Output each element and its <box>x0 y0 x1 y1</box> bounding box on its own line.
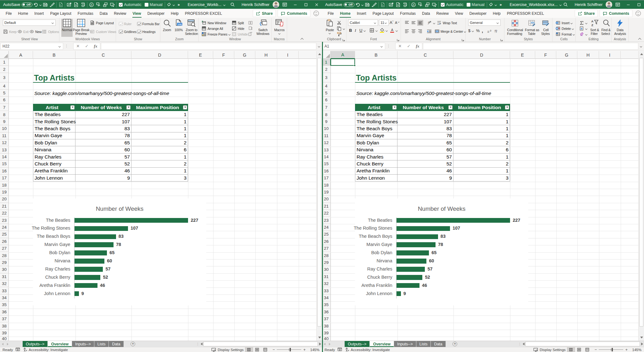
sheet-tab-overview[interactable]: Overview <box>370 341 394 347</box>
row-header-19[interactable]: 19 <box>0 189 9 196</box>
display-settings-button[interactable]: Display Settings <box>211 347 243 352</box>
zoom-button[interactable]: Zoom <box>161 19 173 37</box>
menu-tab-view[interactable]: View <box>130 9 144 18</box>
sheet-tab-lists[interactable]: Lists <box>416 341 431 347</box>
row-header-24[interactable]: 24 <box>322 224 331 231</box>
switch-windows-button[interactable]: Switch Windows <box>255 19 270 37</box>
row-header-17[interactable]: 17 <box>322 175 331 182</box>
formula-bar-handle[interactable]: ⋮ <box>387 44 391 48</box>
table-header-maximum-position[interactable]: Maximum Position <box>453 104 510 111</box>
new-sheet-button[interactable]: + <box>128 341 138 347</box>
select-all-corner[interactable] <box>322 51 331 59</box>
menu-tab-insert[interactable]: Insert <box>31 9 47 18</box>
filter-dropdown-1[interactable] <box>392 105 397 109</box>
worksheet-grid[interactable]: ABCDEFGHIJ123456789101112131415161718192… <box>322 51 644 341</box>
table-cell[interactable]: 227 <box>397 111 453 118</box>
align-middle-button[interactable] <box>411 20 416 26</box>
minimize-button[interactable] <box>623 0 634 9</box>
zoom-slider[interactable] <box>277 349 301 350</box>
zoom-100-button[interactable]: 100% <box>173 19 184 37</box>
column-header-G[interactable]: G <box>556 51 577 59</box>
zoom-in-button[interactable]: + <box>303 347 306 352</box>
table-cell[interactable]: 52 <box>75 160 131 167</box>
print-button[interactable] <box>80 1 86 8</box>
decrease-font-button[interactable]: A <box>395 20 400 25</box>
row-header-25[interactable]: 25 <box>322 231 331 238</box>
tabbar-divider[interactable]: ⋮ <box>518 341 521 347</box>
hscroll-thumb[interactable] <box>525 342 640 346</box>
row-header-40[interactable]: 40 <box>0 337 9 341</box>
row-header-34[interactable]: 34 <box>0 294 9 301</box>
menu-tab-insert[interactable]: Insert <box>354 9 369 18</box>
row-header-8[interactable]: 8 <box>322 111 331 118</box>
table-cell[interactable]: 6 <box>131 147 188 154</box>
formula-bar-handle[interactable]: ⋮ <box>65 44 69 48</box>
table-cell[interactable]: The Rolling Stones <box>355 118 397 125</box>
table-cell[interactable]: 3 <box>453 175 510 182</box>
cut-button[interactable] <box>336 20 342 26</box>
accessibility-status[interactable]: Accessibility: Investigate <box>23 347 68 352</box>
new-sheet-view-button[interactable]: New <box>29 29 42 35</box>
column-header-B[interactable]: B <box>355 51 397 59</box>
avatar[interactable] <box>273 1 279 8</box>
sheet-tab-inputs[interactable]: Inputs--> <box>72 341 94 347</box>
table-cell[interactable]: 57 <box>75 154 131 160</box>
row-header-30[interactable]: 30 <box>322 266 331 273</box>
underline-button[interactable]: U <box>359 27 362 33</box>
row-header-26[interactable]: 26 <box>0 238 9 245</box>
menu-tab-help[interactable]: Help <box>490 9 504 18</box>
table-cell[interactable]: 9 <box>75 175 131 182</box>
minimize-button[interactable] <box>290 0 301 9</box>
row-header-18[interactable]: 18 <box>322 182 331 189</box>
italic-button[interactable]: I <box>355 27 356 33</box>
paste-button[interactable]: Paste <box>325 19 335 37</box>
workbook-title[interactable]: Excercise_Workbook.xlsx... <box>510 3 562 7</box>
row-header-4[interactable]: 4 <box>0 82 9 89</box>
print-button[interactable] <box>402 1 408 8</box>
prev-sheet-arrow[interactable] <box>0 341 5 347</box>
menu-tab-file[interactable]: File <box>3 9 15 18</box>
row-header-14[interactable]: 14 <box>0 154 9 160</box>
scroll-down-arrow[interactable] <box>639 334 644 341</box>
horizontal-scrollbar[interactable] <box>199 341 322 347</box>
column-header-I[interactable]: I <box>599 51 621 59</box>
bold-button[interactable]: B <box>349 27 352 33</box>
workbook-title[interactable]: Excercise_Workb... <box>188 3 226 7</box>
align-right-button[interactable] <box>417 28 423 34</box>
hide-button[interactable]: Hide <box>231 25 244 31</box>
format-painter-button[interactable] <box>336 31 342 37</box>
calc-automatic-checkbox[interactable]: Automatic <box>441 3 464 7</box>
table-cell[interactable]: 3 <box>131 175 188 182</box>
row-header-4[interactable]: 4 <box>322 82 331 89</box>
table-cell[interactable]: The Beach Boys <box>33 125 75 132</box>
scroll-right-arrow[interactable] <box>318 341 322 347</box>
format-as-table-button[interactable]: Format as Table <box>525 19 540 37</box>
table-header-artist[interactable]: Artist <box>355 104 397 111</box>
sheet-tab-data[interactable]: Data <box>109 341 123 347</box>
next-sheet-arrow[interactable] <box>5 341 10 347</box>
insert-function-icon[interactable]: fx <box>413 43 422 50</box>
cell-styles-button[interactable]: Cell Styles <box>540 19 552 37</box>
merge-center-button[interactable]: Merge & Center <box>434 28 466 34</box>
enter-formula-icon[interactable]: ✓ <box>404 43 413 50</box>
table-cell[interactable]: 78 <box>397 132 453 139</box>
row-header-26[interactable]: 26 <box>322 238 331 245</box>
table-header-artist[interactable]: Artist <box>33 104 75 111</box>
column-header-F[interactable]: F <box>213 51 234 59</box>
menu-tab-professor-excel[interactable]: PROFESSOR EXCEL <box>504 9 547 18</box>
row-header-2[interactable]: 2 <box>322 66 331 73</box>
sort-filter-button[interactable]: Sort & Filter <box>589 19 600 37</box>
table-cell[interactable]: Bob Dylan <box>355 139 397 146</box>
row-header-29[interactable]: 29 <box>322 259 331 266</box>
save-edit-button[interactable] <box>42 1 49 8</box>
user-name[interactable]: Henrik Schiffner <box>242 3 269 7</box>
trace-dependents-button[interactable] <box>102 1 109 8</box>
ruler-checkbox[interactable]: Ruler <box>119 21 131 27</box>
row-header-17[interactable]: 17 <box>0 175 9 182</box>
camera-button[interactable] <box>66 1 73 8</box>
format-painter-qat-button[interactable] <box>49 1 56 8</box>
autosave-toggle[interactable]: AutoSave Off <box>325 3 354 7</box>
row-header-13[interactable]: 13 <box>322 147 331 154</box>
row-header-6[interactable]: 6 <box>322 97 331 103</box>
table-cell[interactable]: The Rolling Stones <box>33 118 75 125</box>
